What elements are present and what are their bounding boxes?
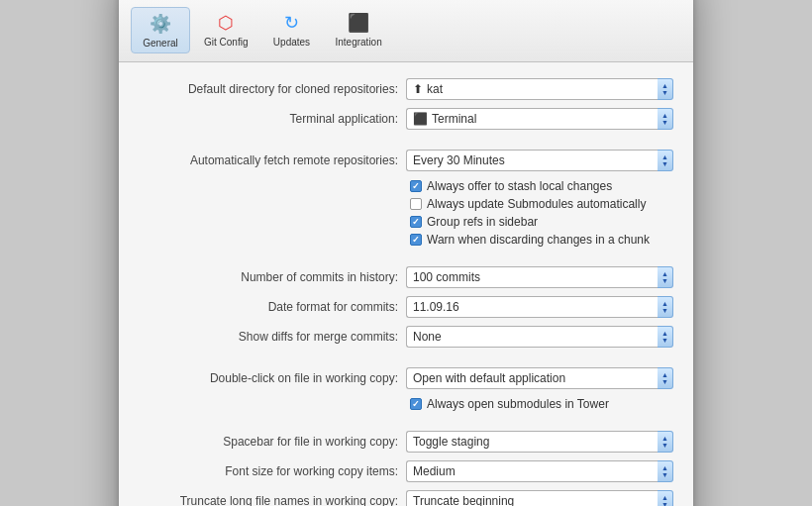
checkbox-stash[interactable]	[410, 180, 422, 192]
preferences-window: General ⚙️ General ⬡ Git Config ↻ Update…	[119, 0, 693, 506]
arrow-down-icon: ▼	[661, 160, 668, 167]
tab-git-config-label: Git Config	[204, 37, 248, 48]
integration-icon: ⬛	[347, 11, 370, 35]
updates-icon: ↻	[279, 11, 303, 35]
auto-fetch-select[interactable]: Every 30 Minutes ▲ ▼	[406, 150, 673, 171]
default-directory-value: ⬆ kat	[406, 78, 658, 100]
tab-updates[interactable]: ↻ Updates	[261, 7, 321, 53]
show-diffs-arrows[interactable]: ▲ ▼	[658, 326, 673, 348]
double-click-row: Double-click on file in working copy: Op…	[139, 367, 673, 389]
commits-history-control: 100 commits ▲ ▼	[406, 266, 673, 288]
git-config-icon: ⬡	[214, 11, 238, 35]
date-format-select[interactable]: 11.09.16 ▲ ▼	[406, 296, 673, 318]
auto-fetch-control: Every 30 Minutes ▲ ▼	[406, 150, 673, 171]
show-diffs-select[interactable]: None ▲ ▼	[406, 326, 673, 348]
default-directory-select[interactable]: ⬆ kat ▲ ▼	[406, 78, 673, 100]
arrow-down-icon: ▼	[661, 89, 668, 96]
checkbox-submodules[interactable]	[410, 198, 422, 210]
font-size-value: Medium	[406, 460, 658, 482]
truncate-arrows[interactable]: ▲ ▼	[658, 490, 673, 507]
checkboxes-row: Always offer to stash local changes Alwa…	[139, 179, 673, 247]
show-diffs-value: None	[406, 326, 658, 348]
tab-git-config[interactable]: ⬡ Git Config	[194, 7, 257, 53]
spacebar-control: Toggle staging ▲ ▼	[406, 431, 673, 453]
arrow-down-icon: ▼	[661, 378, 668, 385]
arrow-up-icon: ▲	[661, 435, 668, 442]
date-format-arrows[interactable]: ▲ ▼	[658, 296, 673, 318]
date-format-value: 11.09.16	[406, 296, 658, 318]
terminal-label: Terminal application:	[139, 112, 406, 126]
toolbar: ⚙️ General ⬡ Git Config ↻ Updates ⬛ Inte…	[119, 0, 693, 62]
checkbox-row-stash: Always offer to stash local changes	[410, 179, 650, 193]
truncate-control: Truncate beginning ▲ ▼	[406, 490, 673, 507]
arrow-up-icon: ▲	[661, 270, 668, 277]
font-size-control: Medium ▲ ▼	[406, 460, 673, 482]
arrow-up-icon: ▲	[661, 153, 668, 160]
checkbox-group-refs[interactable]	[410, 216, 422, 228]
default-directory-row: Default directory for cloned repositorie…	[139, 78, 673, 100]
checkbox-submodules-label: Always update Submodules automatically	[427, 197, 646, 211]
terminal-select[interactable]: ⬛ Terminal ▲ ▼	[406, 108, 673, 130]
commits-history-row: Number of commits in history: 100 commit…	[139, 266, 673, 288]
arrow-down-icon: ▼	[661, 471, 668, 478]
commits-history-select[interactable]: 100 commits ▲ ▼	[406, 266, 673, 288]
default-directory-label: Default directory for cloned repositorie…	[139, 82, 406, 96]
commits-history-arrows[interactable]: ▲ ▼	[658, 266, 673, 288]
arrow-up-icon: ▲	[661, 371, 668, 378]
font-size-label: Font size for working copy items:	[139, 464, 406, 478]
checkbox-open-submodules[interactable]	[410, 398, 422, 410]
arrow-down-icon: ▼	[661, 119, 668, 126]
arrow-down-icon: ▼	[661, 277, 668, 284]
tab-general[interactable]: ⚙️ General	[131, 7, 190, 53]
spacebar-arrows[interactable]: ▲ ▼	[658, 431, 673, 453]
truncate-row: Truncate long file names in working copy…	[139, 490, 673, 507]
arrow-up-icon: ▲	[661, 112, 668, 119]
arrow-up-icon: ▲	[661, 82, 668, 89]
truncate-label: Truncate long file names in working copy…	[139, 494, 406, 507]
double-click-arrows[interactable]: ▲ ▼	[658, 367, 673, 389]
show-diffs-label: Show diffs for merge commits:	[139, 330, 406, 344]
truncate-value: Truncate beginning	[406, 490, 658, 507]
checkbox-stash-label: Always offer to stash local changes	[427, 179, 612, 193]
truncate-select[interactable]: Truncate beginning ▲ ▼	[406, 490, 673, 507]
spacebar-value: Toggle staging	[406, 431, 658, 453]
arrow-down-icon: ▼	[661, 307, 668, 314]
tab-integration[interactable]: ⬛ Integration	[325, 7, 391, 53]
checkbox-warn-label: Warn when discarding changes in a chunk	[427, 233, 650, 247]
date-format-row: Date format for commits: 11.09.16 ▲ ▼	[139, 296, 673, 318]
default-directory-control: ⬆ kat ▲ ▼	[406, 78, 673, 100]
font-size-row: Font size for working copy items: Medium…	[139, 460, 673, 482]
double-click-label: Double-click on file in working copy:	[139, 371, 406, 385]
arrow-down-icon: ▼	[661, 442, 668, 449]
auto-fetch-label: Automatically fetch remote repositories:	[139, 153, 406, 167]
tab-updates-label: Updates	[273, 37, 310, 48]
terminal-value: ⬛ Terminal	[406, 108, 658, 130]
font-size-arrows[interactable]: ▲ ▼	[658, 460, 673, 482]
auto-fetch-arrows[interactable]: ▲ ▼	[658, 150, 673, 171]
terminal-control: ⬛ Terminal ▲ ▼	[406, 108, 673, 130]
auto-fetch-row: Automatically fetch remote repositories:…	[139, 150, 673, 171]
show-diffs-control: None ▲ ▼	[406, 326, 673, 348]
checkbox-warn[interactable]	[410, 234, 422, 246]
double-click-select[interactable]: Open with default application ▲ ▼	[406, 367, 673, 389]
checkbox-row-open-submodules: Always open submodules in Tower	[410, 397, 609, 411]
checkbox-row-submodules: Always update Submodules automatically	[410, 197, 650, 211]
open-submodules-group: Always open submodules in Tower	[406, 397, 609, 411]
spacebar-row: Spacebar for file in working copy: Toggl…	[139, 431, 673, 453]
arrow-up-icon: ▲	[661, 300, 668, 307]
preferences-content: Default directory for cloned repositorie…	[119, 62, 693, 507]
show-diffs-row: Show diffs for merge commits: None ▲ ▼	[139, 326, 673, 348]
font-size-select[interactable]: Medium ▲ ▼	[406, 460, 673, 482]
terminal-arrows[interactable]: ▲ ▼	[658, 108, 673, 130]
checkboxes-group: Always offer to stash local changes Alwa…	[406, 179, 650, 247]
arrow-down-icon: ▼	[661, 337, 668, 344]
open-submodules-row: Always open submodules in Tower	[139, 397, 673, 411]
commits-history-value: 100 commits	[406, 266, 658, 288]
checkbox-group-refs-label: Group refs in sidebar	[427, 215, 538, 229]
date-format-label: Date format for commits:	[139, 300, 406, 314]
tab-general-label: General	[143, 38, 178, 49]
default-directory-arrows[interactable]: ▲ ▼	[658, 78, 673, 100]
date-format-control: 11.09.16 ▲ ▼	[406, 296, 673, 318]
checkbox-open-submodules-label: Always open submodules in Tower	[427, 397, 609, 411]
spacebar-select[interactable]: Toggle staging ▲ ▼	[406, 431, 673, 453]
